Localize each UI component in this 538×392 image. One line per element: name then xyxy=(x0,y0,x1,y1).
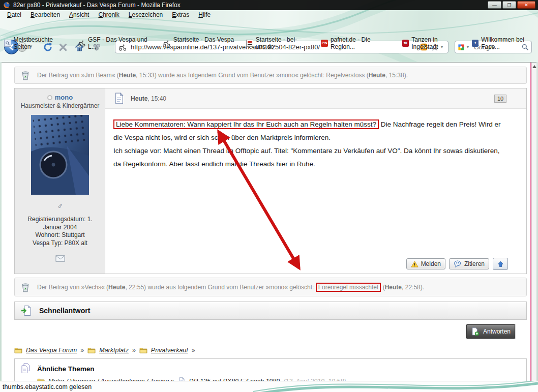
annotation-box-reason: Forenregel missachtet xyxy=(316,283,381,292)
tanzen-favicon: tii xyxy=(402,40,409,47)
location: Wohnort: Stuttgart xyxy=(19,231,101,239)
bookmark-pafnet[interactable]: PN pafnet.de - Die Region... xyxy=(321,36,394,50)
menu-chronik[interactable]: Chronik xyxy=(94,11,123,19)
up-arrow-icon xyxy=(497,260,504,268)
quick-reply-bar[interactable]: Schnellantwort xyxy=(14,301,527,320)
quick-reply-page-arrow-icon xyxy=(21,305,32,316)
user-role: Hausmeister & Kindergärtner xyxy=(15,102,105,109)
scooter-icon xyxy=(163,39,170,47)
folder-icon xyxy=(87,346,96,354)
page-content: Der Beitrag von »Jim Beam« (Heute, 15:33… xyxy=(0,62,538,381)
registration-date: Registrierungsdatum: 1. Januar 2004 xyxy=(19,216,101,231)
post-header: Heute, 15:40 10 xyxy=(105,88,526,109)
menu-bearbeiten[interactable]: Bearbeiten xyxy=(26,11,64,19)
statusbar-swirl-decoration xyxy=(253,381,538,392)
post-number-badge[interactable]: 10 xyxy=(494,95,506,103)
forum-post: mono Hausmeister & Kindergärtner xyxy=(14,88,527,274)
bookmark-label: Meistbesuchte Seiten xyxy=(14,36,70,50)
restore-button[interactable]: ❐ xyxy=(502,1,516,9)
breadcrumb: Das Vespa Forum » Marktplatz » Privatver… xyxy=(14,346,195,354)
bookmark-label: GSF - Das Vespa und L... xyxy=(88,36,155,50)
most-visited-folder-icon xyxy=(4,40,11,47)
close-button[interactable]: ✕ xyxy=(517,1,535,9)
report-button[interactable]: Melden xyxy=(406,258,445,269)
facebook-favicon: f xyxy=(472,40,479,47)
pages-icon xyxy=(20,363,31,374)
bookmarks-toolbar: Meistbesuchte Seiten GSF - Das Vespa und… xyxy=(0,37,538,49)
quote-label: Zitieren xyxy=(464,260,485,267)
notice-text: Der Beitrag von »Vechs« (Heute, 22:55) w… xyxy=(37,284,424,291)
bookmark-tanzen[interactable]: tii Tanzen in Ingolstadt xyxy=(402,36,464,50)
vespa-type: Vespa Typ: P80X alt xyxy=(19,239,101,248)
trash-icon xyxy=(20,282,31,293)
scroll-to-top-button[interactable] xyxy=(493,258,508,270)
quote-bubble-icon xyxy=(454,260,462,268)
post-user-sidebar: mono Hausmeister & Kindergärtner xyxy=(15,88,105,274)
breadcrumb-forum[interactable]: Das Vespa Forum xyxy=(26,347,77,354)
breadcrumb-separator: » xyxy=(192,347,195,354)
minimize-button[interactable]: — xyxy=(488,1,501,9)
post-body: Liebe Kommentatoren: Wann kappiert Ihr d… xyxy=(113,118,507,171)
scooter-icon xyxy=(78,39,85,47)
online-status-icon xyxy=(47,95,52,100)
bei-uns-favicon xyxy=(246,40,253,47)
reply-button[interactable]: Antworten xyxy=(466,324,515,339)
bookmark-bei-uns[interactable]: Startseite - bei-uns.de xyxy=(246,36,313,50)
folder-icon xyxy=(37,377,45,381)
menu-lesezeichen[interactable]: Lesezeichen xyxy=(125,11,167,19)
bookmark-label: Willkommen bei Face... xyxy=(481,36,538,50)
bookmark-label: Startseite - Das Vespa ... xyxy=(173,36,238,50)
title-bar: 82er px80 - Privatverkauf - Das Vespa Fo… xyxy=(0,0,538,10)
similar-topics-box: Ähnliche Themen Motor / Vergaser / Auspu… xyxy=(14,358,527,381)
menu-datei[interactable]: Datei xyxy=(3,11,25,19)
notice-text: Der Beitrag von »Jim Beam« (Heute, 15:33… xyxy=(37,72,408,79)
similar-topics-title: Ähnliche Themen xyxy=(37,365,95,373)
tab-bar: 82er px80 - Privatverkauf - Das Ves + ▼ xyxy=(0,49,538,62)
scrollbar-up-arrow-icon[interactable] xyxy=(532,65,536,68)
report-label: Melden xyxy=(421,260,441,267)
bookmark-vespaonline[interactable]: Startseite - Das Vespa ... xyxy=(163,36,238,50)
moderation-notice-bottom: Der Beitrag von »Vechs« (Heute, 22:55) w… xyxy=(14,278,527,296)
username: mono xyxy=(55,94,73,101)
status-text: thumbs.ebaystatic.com gelesen xyxy=(3,383,92,390)
breadcrumb-marktplatz[interactable]: Marktplatz xyxy=(99,347,129,354)
username-link[interactable]: mono xyxy=(15,94,105,101)
breadcrumb-privatverkauf[interactable]: Privatverkauf xyxy=(151,347,188,354)
magnifier-icon xyxy=(5,41,10,46)
gender-male-icon: ♂ xyxy=(15,201,105,210)
folder-icon xyxy=(139,346,147,354)
post-timestamp: Heute, 15:40 xyxy=(131,95,166,102)
quick-reply-title: Schnellantwort xyxy=(39,307,90,315)
similar-topic-row: Motor / Vergaser / Auspuffanlagen / Tuni… xyxy=(37,377,346,381)
menu-extras[interactable]: Extras xyxy=(168,11,193,19)
page-icon xyxy=(178,377,186,381)
post-actions: Melden Zitieren xyxy=(406,258,508,270)
menu-ansicht[interactable]: Ansicht xyxy=(65,11,93,19)
user-details: Registrierungsdatum: 1. Januar 2004 Wohn… xyxy=(19,216,101,247)
warning-triangle-icon xyxy=(411,260,419,268)
window-title: 82er px80 - Privatverkauf - Das Vespa Fo… xyxy=(13,2,181,9)
user-avatar xyxy=(31,115,89,195)
navigation-toolbar: ▼ ▼ ▼ xyxy=(0,19,538,37)
breadcrumb-separator: » xyxy=(132,347,136,354)
pafnet-favicon: PN xyxy=(321,40,327,47)
bookmark-label: Startseite - bei-uns.de xyxy=(256,36,313,50)
window-edge-left xyxy=(0,62,2,381)
status-bar: thumbs.ebaystatic.com gelesen xyxy=(0,381,538,392)
page-plus-icon xyxy=(471,327,480,336)
bookmark-label: Tanzen in Ingolstadt xyxy=(411,36,464,50)
bookmark-most-visited[interactable]: Meistbesuchte Seiten xyxy=(4,36,70,50)
menu-bar: Datei Bearbeiten Ansicht Chronik Lesezei… xyxy=(0,10,538,19)
menu-hilfe[interactable]: Hilfe xyxy=(194,11,215,19)
send-message-envelope-icon[interactable] xyxy=(55,255,65,262)
annotation-box-sentence: Liebe Kommentatoren: Wann kappiert Ihr d… xyxy=(113,119,379,129)
trash-icon xyxy=(20,70,31,81)
reply-label: Antworten xyxy=(483,328,511,335)
breadcrumb-separator: » xyxy=(80,347,84,354)
bookmark-facebook[interactable]: f Willkommen bei Face... xyxy=(472,36,538,50)
quote-button[interactable]: Zitieren xyxy=(449,258,489,269)
folder-icon xyxy=(14,346,22,354)
post-page-icon xyxy=(113,93,125,104)
firefox-icon xyxy=(3,2,10,9)
bookmark-gsf[interactable]: GSF - Das Vespa und L... xyxy=(78,36,155,50)
